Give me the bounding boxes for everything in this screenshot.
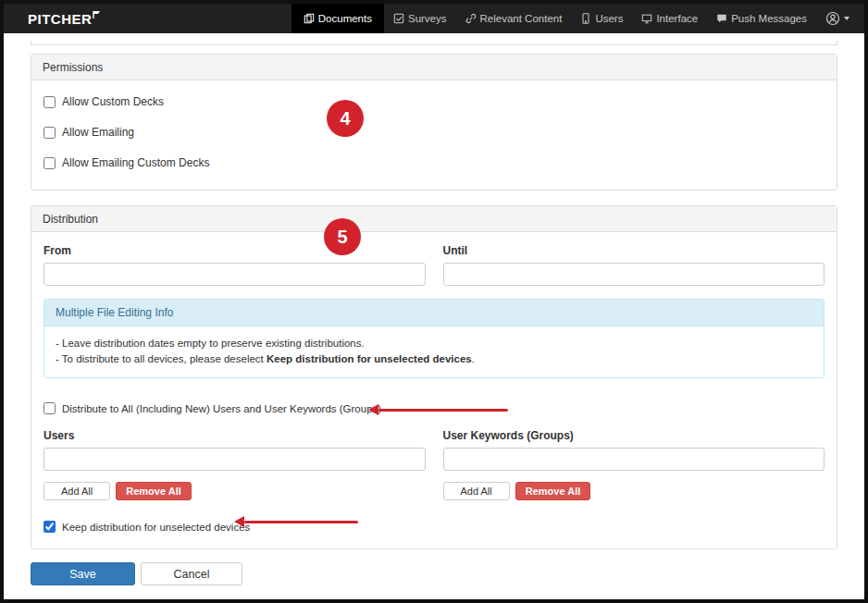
nav-item-surveys[interactable]: Surveys (384, 4, 456, 33)
keywords-remove-all-button[interactable]: Remove All (515, 482, 591, 500)
annotation-circle-4: 4 (327, 100, 364, 137)
app-window: PITCHER Documents Surveys Relevant Conte… (0, 0, 868, 603)
info-box-body: - Leave distribution dates empty to pres… (44, 326, 824, 377)
arrow-head-icon (368, 404, 378, 415)
until-label: Until (443, 244, 825, 257)
permissions-body: Allow Custom Decks Allow Emailing Allow … (31, 80, 837, 190)
info-line-2: - To distribute to all devices, please d… (56, 351, 812, 367)
push-messages-icon (716, 13, 727, 24)
annotation-arrow-distribute-all (368, 404, 508, 415)
nav-item-users[interactable]: Users (571, 4, 632, 33)
checkbox-label: Allow Emailing (62, 126, 134, 139)
nav-item-relevant-content[interactable]: Relevant Content (456, 4, 572, 33)
allow-emailing-custom-decks-checkbox[interactable] (43, 157, 56, 169)
top-navbar: PITCHER Documents Surveys Relevant Conte… (4, 4, 864, 33)
users-input[interactable] (43, 448, 426, 471)
keywords-add-all-button[interactable]: Add All (443, 482, 510, 500)
distribution-panel: Distribution From Until Multiple File Ed… (31, 205, 837, 549)
nav-item-documents[interactable]: Documents (291, 4, 384, 33)
save-button[interactable]: Save (31, 562, 135, 585)
brand-text: PITCHER (28, 11, 92, 27)
documents-icon (304, 13, 315, 24)
arrow-head-icon (234, 516, 244, 527)
checkbox-label: Allow Emailing Custom Decks (62, 156, 209, 169)
annotation-circle-5: 5 (324, 218, 361, 255)
user-keywords-input[interactable] (443, 448, 825, 471)
users-add-all-button[interactable]: Add All (43, 482, 110, 500)
until-input[interactable] (443, 263, 825, 286)
distribute-to-all-checkbox[interactable] (43, 402, 56, 414)
checkbox-label: Allow Custom Decks (62, 95, 164, 108)
nav-item-interface[interactable]: Interface (632, 4, 707, 33)
users-label: Users (43, 429, 426, 442)
nav-label: Documents (318, 13, 372, 24)
allow-emailing-custom-decks-row[interactable]: Allow Emailing Custom Decks (43, 156, 825, 169)
allow-custom-decks-checkbox[interactable] (43, 96, 56, 108)
permissions-header: Permissions (31, 55, 837, 80)
nav-label: Users (595, 13, 623, 24)
multiple-file-editing-info-box: Multiple File Editing Info - Leave distr… (43, 299, 825, 378)
page-content: Permissions Allow Custom Decks Allow Ema… (4, 41, 864, 585)
nav-item-push-messages[interactable]: Push Messages (707, 4, 816, 33)
chevron-down-icon (844, 17, 849, 20)
checkbox-label: Keep distribution for unselected devices (62, 522, 250, 533)
pitcher-logo[interactable]: PITCHER (4, 4, 101, 33)
info-box-title: Multiple File Editing Info (44, 300, 824, 326)
scrolled-panel-edge (31, 41, 837, 45)
allow-emailing-checkbox[interactable] (43, 127, 56, 139)
keep-distribution-checkbox[interactable] (43, 521, 56, 533)
pitcher-flag-icon (93, 11, 101, 18)
relevant-content-icon (465, 13, 477, 24)
info-line-1: - Leave distribution dates empty to pres… (56, 336, 812, 351)
distribution-body: From Until Multiple File Editing Info - … (31, 232, 837, 548)
form-actions: Save Cancel (31, 562, 837, 585)
interface-icon (641, 13, 652, 24)
nav-menu: Documents Surveys Relevant Content Users… (291, 4, 816, 33)
keep-distribution-row[interactable]: Keep distribution for unselected devices (43, 521, 825, 533)
cancel-button[interactable]: Cancel (141, 562, 242, 585)
allow-custom-decks-row[interactable]: Allow Custom Decks (43, 95, 825, 108)
account-icon (825, 11, 840, 26)
nav-label: Surveys (408, 13, 447, 24)
account-menu[interactable] (816, 4, 864, 33)
nav-label: Push Messages (731, 13, 807, 24)
surveys-icon (393, 13, 404, 24)
user-keywords-label: User Keywords (Groups) (443, 429, 825, 442)
from-label: From (43, 244, 426, 257)
distribution-header: Distribution (31, 206, 837, 232)
from-input[interactable] (43, 263, 426, 286)
nav-label: Relevant Content (480, 13, 563, 24)
allow-emailing-row[interactable]: Allow Emailing (43, 126, 825, 139)
annotation-arrow-keep-distribution (234, 516, 358, 527)
permissions-panel: Permissions Allow Custom Decks Allow Ema… (31, 54, 837, 191)
users-icon (580, 13, 591, 24)
users-remove-all-button[interactable]: Remove All (116, 482, 192, 500)
nav-label: Interface (656, 13, 698, 24)
checkbox-label: Distribute to All (Including New) Users … (62, 403, 381, 414)
